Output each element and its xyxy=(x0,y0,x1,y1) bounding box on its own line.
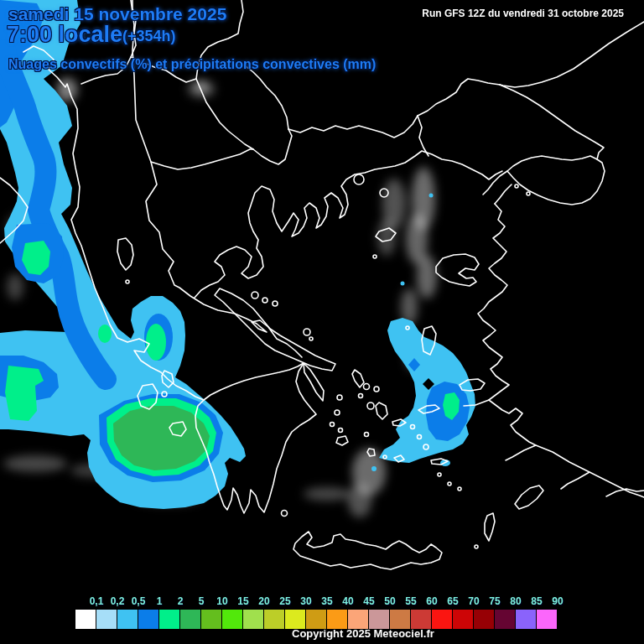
run-info: Run GFS 12Z du vendredi 31 octobre 2025 xyxy=(422,8,624,19)
copyright: Copyright 2025 Meteociel.fr xyxy=(292,627,434,640)
forecast-offset: (+354h) xyxy=(122,28,176,45)
weather-map-page: samedi 15 novembre 2025 7:00 locale (+35… xyxy=(0,0,644,644)
map-subtitle: Nuages convectifs (%) et précipitations … xyxy=(8,57,376,72)
map-canvas xyxy=(0,0,644,644)
time-title: 7:00 locale xyxy=(7,22,122,48)
